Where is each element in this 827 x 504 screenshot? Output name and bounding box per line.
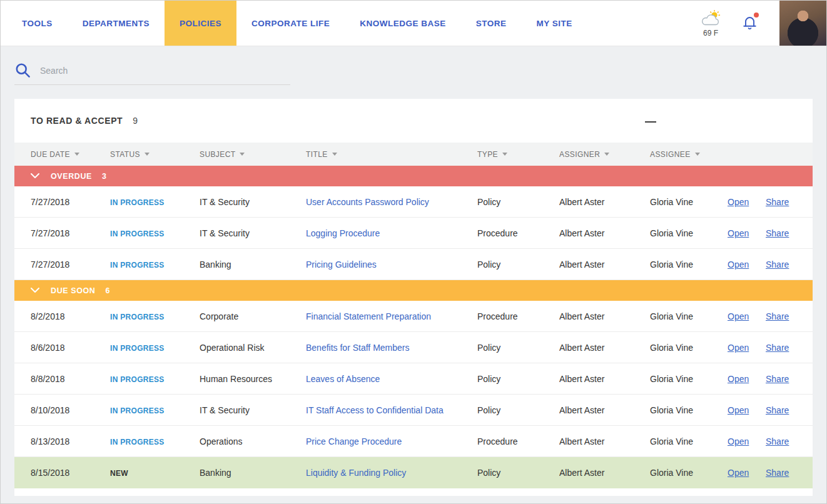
- share-cell: Share: [766, 405, 813, 415]
- share-link[interactable]: Share: [766, 197, 789, 207]
- due-date-cell: 8/10/2018: [31, 405, 110, 415]
- sort-arrow-icon[interactable]: [604, 153, 609, 156]
- column-header-assigner[interactable]: ASSIGNER: [559, 150, 650, 159]
- title-cell: IT Staff Access to Confidential Data: [306, 405, 477, 415]
- subject-cell: Banking: [200, 260, 306, 270]
- subject-cell: IT & Security: [200, 197, 306, 207]
- open-link[interactable]: Open: [728, 228, 749, 238]
- share-link[interactable]: Share: [766, 311, 789, 321]
- open-cell: Open: [728, 311, 766, 321]
- policy-title-link[interactable]: IT Staff Access to Confidential Data: [306, 405, 444, 415]
- share-link[interactable]: Share: [766, 468, 789, 478]
- status-cell: IN PROGRESS: [110, 197, 200, 207]
- share-link[interactable]: Share: [766, 374, 789, 384]
- due-date-cell: 7/27/2018: [31, 228, 110, 238]
- nav-item-policies[interactable]: POLICIES: [165, 1, 236, 46]
- share-cell: Share: [766, 197, 813, 207]
- policy-row: 8/10/2018IN PROGRESSIT & SecurityIT Staf…: [14, 395, 813, 426]
- assignee-cell: Gloria Vine: [650, 228, 728, 238]
- subject-cell: Banking: [200, 468, 306, 478]
- policy-row: 7/27/2018IN PROGRESSBankingPricing Guide…: [14, 249, 813, 280]
- status-cell: NEW: [110, 468, 200, 478]
- assignee-cell: Gloria Vine: [650, 405, 728, 415]
- share-link[interactable]: Share: [766, 405, 789, 415]
- policy-title-link[interactable]: Logging Procedure: [306, 228, 380, 238]
- weather-widget: 69 F: [699, 9, 723, 37]
- column-label: TITLE: [306, 150, 328, 159]
- open-link[interactable]: Open: [728, 405, 749, 415]
- sort-arrow-icon[interactable]: [695, 153, 700, 156]
- nav-item-my-site[interactable]: MY SITE: [522, 1, 587, 46]
- chevron-down-icon[interactable]: [31, 288, 39, 293]
- open-link[interactable]: Open: [728, 311, 749, 321]
- group-count: 3: [102, 172, 106, 181]
- policy-row: 8/15/2018NEWBankingLiquidity & Funding P…: [14, 457, 813, 488]
- share-link[interactable]: Share: [766, 228, 789, 238]
- open-link[interactable]: Open: [728, 374, 749, 384]
- notifications-button[interactable]: [741, 14, 758, 33]
- sort-arrow-icon[interactable]: [240, 153, 245, 156]
- search-input[interactable]: [40, 66, 290, 76]
- share-cell: Share: [766, 228, 813, 238]
- policy-title-link[interactable]: User Accounts Password Policy: [306, 197, 429, 207]
- nav-item-knowledge-base[interactable]: KNOWLEDGE BASE: [345, 1, 461, 46]
- open-link[interactable]: Open: [728, 260, 749, 270]
- due-date-cell: 7/27/2018: [31, 260, 110, 270]
- share-link[interactable]: Share: [766, 343, 789, 353]
- type-cell: Procedure: [477, 311, 559, 321]
- status-badge: IN PROGRESS: [110, 406, 165, 415]
- subject-cell: IT & Security: [200, 405, 306, 415]
- status-cell: IN PROGRESS: [110, 311, 200, 321]
- share-cell: Share: [766, 343, 813, 353]
- column-header-title[interactable]: TITLE: [306, 150, 477, 159]
- column-header-due-date[interactable]: DUE DATE: [31, 150, 110, 159]
- share-cell: Share: [766, 374, 813, 384]
- assignee-cell: Gloria Vine: [650, 260, 728, 270]
- group-header-overdue[interactable]: OVERDUE3: [14, 166, 813, 186]
- share-link[interactable]: Share: [766, 260, 789, 270]
- status-badge: IN PROGRESS: [110, 375, 165, 384]
- column-header-assignee[interactable]: ASSIGNEE: [650, 150, 728, 159]
- title-cell: Pricing Guidelines: [306, 260, 477, 270]
- open-link[interactable]: Open: [728, 468, 749, 478]
- status-badge: NEW: [110, 469, 128, 478]
- policy-row: 7/27/2018IN PROGRESSIT & SecurityUser Ac…: [14, 186, 813, 218]
- status-badge: IN PROGRESS: [110, 313, 165, 321]
- open-link[interactable]: Open: [728, 343, 749, 353]
- assigner-cell: Albert Aster: [559, 197, 650, 207]
- policy-title-link[interactable]: Benefits for Staff Members: [306, 343, 409, 353]
- policy-row: 8/13/2018IN PROGRESSOperationsPrice Chan…: [14, 426, 813, 457]
- sort-arrow-icon[interactable]: [74, 153, 79, 156]
- nav-item-store[interactable]: STORE: [461, 1, 522, 46]
- status-cell: IN PROGRESS: [110, 228, 200, 238]
- sort-arrow-icon[interactable]: [145, 153, 150, 156]
- policy-title-link[interactable]: Financial Statement Preparation: [306, 311, 431, 321]
- policy-row: 8/8/2018IN PROGRESSHuman ResourcesLeaves…: [14, 363, 813, 395]
- share-link[interactable]: Share: [766, 436, 789, 446]
- policy-title-link[interactable]: Liquidity & Funding Policy: [306, 468, 406, 478]
- search-icon[interactable]: [14, 62, 31, 79]
- policy-title-link[interactable]: Pricing Guidelines: [306, 260, 377, 270]
- policy-title-link[interactable]: Price Change Procedure: [306, 436, 402, 446]
- assignee-cell: Gloria Vine: [650, 374, 728, 384]
- collapse-panel-button[interactable]: [645, 121, 656, 123]
- nav-right-section: 69 F: [699, 1, 826, 46]
- nav-item-departments[interactable]: DEPARTMENTS: [68, 1, 165, 46]
- status-cell: IN PROGRESS: [110, 374, 200, 384]
- nav-item-corporate-life[interactable]: CORPORATE LIFE: [236, 1, 345, 46]
- sort-arrow-icon[interactable]: [502, 153, 507, 156]
- policy-title-link[interactable]: Leaves of Absence: [306, 374, 380, 384]
- chevron-down-icon[interactable]: [31, 173, 39, 179]
- group-header-due-soon[interactable]: DUE SOON6: [14, 280, 813, 301]
- nav-item-tools[interactable]: TOOLS: [7, 1, 68, 46]
- open-link[interactable]: Open: [728, 197, 749, 207]
- title-cell: Liquidity & Funding Policy: [306, 468, 477, 478]
- column-header-type[interactable]: TYPE: [477, 150, 559, 159]
- group-count: 6: [105, 286, 109, 295]
- sort-arrow-icon[interactable]: [332, 153, 337, 156]
- due-date-cell: 8/15/2018: [31, 468, 110, 478]
- column-header-status[interactable]: STATUS: [110, 150, 200, 159]
- user-avatar[interactable]: [779, 1, 826, 46]
- column-header-subject[interactable]: SUBJECT: [200, 150, 306, 159]
- open-link[interactable]: Open: [728, 436, 749, 446]
